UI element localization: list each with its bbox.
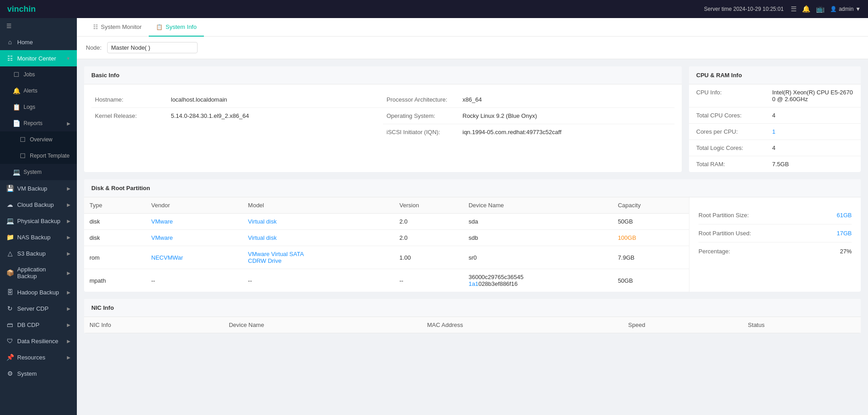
sidebar-item-home[interactable]: ⌂ Home <box>0 34 77 50</box>
app-backup-icon: 📦 <box>6 269 14 276</box>
nic-col-speed: Speed <box>623 317 743 333</box>
sidebar-item-server-cdp[interactable]: ↻ Server CDP ▶ <box>0 300 77 317</box>
sidebar-item-application-backup[interactable]: 📦 Application Backup ▶ <box>0 261 77 284</box>
sidebar-item-cloud-backup[interactable]: ☁ Cloud Backup ▶ <box>0 196 77 213</box>
disk-version-3: -- <box>394 269 463 292</box>
menu-icon[interactable]: ☰ <box>791 5 797 13</box>
hostname-val: localhost.localdomain <box>171 96 227 103</box>
disk-capacity-2: 7.9GB <box>613 246 689 269</box>
sidebar-item-logs[interactable]: 📋 Logs <box>0 99 77 115</box>
disk-device-3: 36000c29765c365451a1028b3ef886f16 <box>463 269 612 292</box>
main-layout: ☰ ⌂ Home ☷ Monitor Center ▼ ☐ Jobs 🔔 Ale… <box>0 18 868 415</box>
iscsi-key: iSCSI Initiator (IQN): <box>387 129 459 135</box>
sidebar-item-s3-backup[interactable]: △ S3 Backup ▶ <box>0 245 77 261</box>
overview-icon: ☐ <box>19 136 26 143</box>
sidebar-item-jobs[interactable]: ☐ Jobs <box>0 66 77 83</box>
kernel-key: Kernel Release: <box>95 112 167 119</box>
s3-backup-icon: △ <box>6 250 14 257</box>
admin-button[interactable]: 👤 admin ▼ <box>830 6 861 12</box>
tab-system-monitor[interactable]: ☷ System Monitor <box>86 18 149 37</box>
hadoop-backup-icon: 🗄 <box>6 289 14 296</box>
sidebar-toggle[interactable]: ☰ <box>0 18 77 34</box>
node-select[interactable]: Master Node( ) <box>107 42 198 53</box>
chevron-down-icon: ▼ <box>66 56 71 61</box>
root-partition-size-val: 61GB <box>837 212 852 219</box>
disk-version-1: 2.0 <box>394 230 463 246</box>
top-sections: Basic Info Hostname: localhost.localdoma… <box>84 66 861 172</box>
chevron-icon-db-cdp: ▶ <box>67 322 71 327</box>
sidebar-item-data-resilience[interactable]: 🛡 Data Resilience ▶ <box>0 333 77 349</box>
basic-info-grid: Hostname: localhost.localdomain Kernel R… <box>91 92 675 140</box>
sidebar-label-alerts: Alerts <box>24 88 71 94</box>
table-row: mpath -- -- -- 36000c29765c365451a1028b3… <box>84 269 689 292</box>
chevron-icon-dr: ▶ <box>67 339 71 344</box>
sidebar-item-db-cdp[interactable]: 🗃 DB CDP ▶ <box>0 317 77 333</box>
sidebar-item-report-template[interactable]: ☐ Report Template <box>0 148 77 164</box>
sidebar-label-home: Home <box>17 39 71 46</box>
header-icons: ☰ 🔔 📺 👤 admin ▼ <box>791 5 861 13</box>
sidebar-item-vm-backup[interactable]: 💾 VM Backup ▶ <box>0 180 77 196</box>
sidebar-label-s3-backup: S3 Backup <box>17 250 63 257</box>
chevron-icon-s3: ▶ <box>67 251 71 256</box>
logo-prefix: vin <box>7 5 19 14</box>
sidebar-item-physical-backup[interactable]: 💻 Physical Backup ▶ <box>0 213 77 229</box>
sidebar-label-monitor-center: Monitor Center <box>17 55 62 62</box>
proc-arch-val: x86_64 <box>462 96 482 103</box>
db-cdp-icon: 🗃 <box>6 321 14 328</box>
total-cpu-val: 4 <box>772 112 775 119</box>
nic-col-mac: MAC Address <box>422 317 623 333</box>
nic-info-body: NIC Info Device Name MAC Address Speed S… <box>84 317 861 333</box>
col-version: Version <box>394 197 463 214</box>
os-row: Operating System: Rocky Linux 9.2 (Blue … <box>383 108 675 124</box>
sidebar-item-system-sub[interactable]: 💻 System <box>0 164 77 180</box>
sidebar-item-alerts[interactable]: 🔔 Alerts <box>0 83 77 99</box>
nic-col-status: Status <box>742 317 861 333</box>
sidebar-item-reports[interactable]: 📄 Reports ▶ <box>0 115 77 131</box>
cloud-backup-icon: ☁ <box>6 201 14 208</box>
sidebar-label-cloud-backup: Cloud Backup <box>17 201 63 208</box>
hostname-row: Hostname: localhost.localdomain <box>91 92 383 108</box>
sidebar-label-system: System <box>17 370 71 377</box>
sidebar-item-hadoop-backup[interactable]: 🗄 Hadoop Backup ▶ <box>0 284 77 300</box>
nic-info-header: NIC Info <box>84 299 861 317</box>
alerts-icon: 🔔 <box>13 87 20 94</box>
disk-type-3: mpath <box>84 269 146 292</box>
root-partition-used-row: Root Partition Used: 17GB <box>698 224 852 242</box>
chevron-icon-resources: ▶ <box>67 355 71 360</box>
disk-device-0: sda <box>463 214 612 230</box>
sidebar-item-system[interactable]: ⚙ System <box>0 365 77 382</box>
sidebar-label-overview: Overview <box>30 136 71 143</box>
sidebar-label-report-template: Report Template <box>30 153 71 159</box>
proc-arch-row: Processor Architecture: x86_64 <box>383 92 675 108</box>
tab-system-info[interactable]: 📋 System Info <box>149 18 204 37</box>
nic-table-header: NIC Info Device Name MAC Address Speed S… <box>84 317 861 333</box>
sidebar-item-overview[interactable]: ☐ Overview <box>0 131 77 148</box>
disk-type-1: disk <box>84 230 146 246</box>
basic-info-card: Basic Info Hostname: localhost.localdoma… <box>84 66 682 172</box>
total-logic-row: Total Logic Cores: 4 <box>689 140 861 156</box>
page-body: Basic Info Hostname: localhost.localdoma… <box>77 59 868 340</box>
disk-device-2: sr0 <box>463 246 612 269</box>
sidebar-label-hadoop-backup: Hadoop Backup <box>17 289 63 296</box>
total-ram-val: 7.5GB <box>772 161 789 168</box>
basic-info-left: Hostname: localhost.localdomain Kernel R… <box>91 92 383 140</box>
chevron-icon-app: ▶ <box>67 270 71 275</box>
monitor-icon[interactable]: 📺 <box>816 5 825 13</box>
sidebar-label-vm-backup: VM Backup <box>17 185 63 192</box>
disk-model-0: Virtual disk <box>243 214 394 230</box>
bell-icon[interactable]: 🔔 <box>802 5 811 13</box>
nic-table: NIC Info Device Name MAC Address Speed S… <box>84 317 861 333</box>
nic-info-card: NIC Info NIC Info Device Name MAC Addres… <box>84 299 861 333</box>
sidebar-sub-monitor: ☐ Jobs 🔔 Alerts 📋 Logs 📄 Reports ▶ ☐ Ove… <box>0 66 77 180</box>
sidebar-item-nas-backup[interactable]: 📁 NAS Backup ▶ <box>0 229 77 245</box>
basic-info-body: Hostname: localhost.localdomain Kernel R… <box>84 84 682 147</box>
chevron-icon-nas: ▶ <box>67 235 71 240</box>
disk-table-header: Type Vendor Model Version Device Name Ca… <box>84 197 689 214</box>
disk-capacity-0: 50GB <box>613 214 689 230</box>
server-time: Server time 2024-10-29 10:25:01 <box>704 6 783 12</box>
sidebar-item-resources[interactable]: 📌 Resources ▶ <box>0 349 77 365</box>
sidebar-item-monitor-center[interactable]: ☷ Monitor Center ▼ <box>0 50 77 66</box>
cpu-info-val: Intel(R) Xeon(R) CPU E5-2670 0 @ 2.60GHz <box>772 89 854 103</box>
cpu-ram-body: CPU Info: Intel(R) Xeon(R) CPU E5-2670 0… <box>689 84 861 172</box>
resources-icon: 📌 <box>6 354 14 361</box>
